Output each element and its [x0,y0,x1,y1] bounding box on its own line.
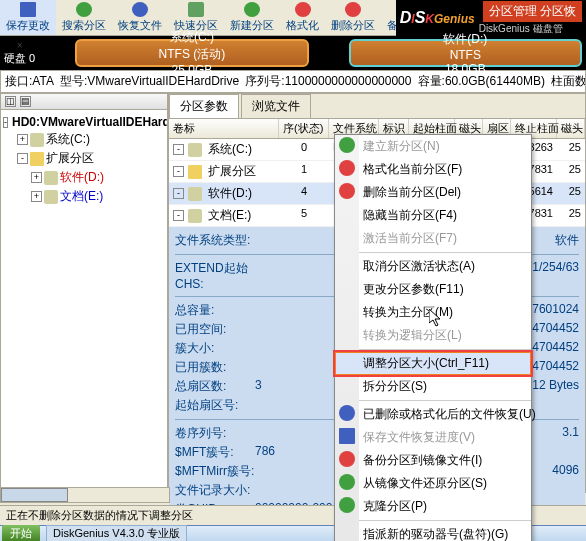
menu-item[interactable]: 拆分分区(S) [335,375,531,398]
expand-icon[interactable]: + [31,172,42,183]
tree-header: ◫ ▤ [1,94,167,110]
toolbar-delete[interactable]: 删除分区 [325,0,381,35]
menu-item[interactable]: 从镜像文件还原分区(S) [335,472,531,495]
expand-icon[interactable]: + [17,134,28,145]
tree-btn[interactable]: ◫ [5,96,16,107]
menu-item[interactable]: 已删除或格式化后的文件恢复(U) [335,403,531,426]
toolbar-new[interactable]: 新建分区 [224,0,280,35]
disk-d-block[interactable]: 软件(D:) NTFS 18.0GB [349,39,582,67]
tab-browse[interactable]: 浏览文件 [241,94,311,118]
disk-info: 接口:ATA 型号:VMwareVirtualIDEHardDrive 序列号:… [0,70,586,93]
expand-icon[interactable]: + [31,191,42,202]
circle-red-icon [339,160,355,176]
circle-green-icon [339,137,355,153]
save-icon [339,428,355,444]
toolbar-save[interactable]: 保存更改 [0,0,56,35]
menu-item[interactable]: 隐藏当前分区(F4) [335,204,531,227]
expand-icon[interactable]: - [3,117,8,128]
delete-icon [345,2,361,17]
tree-item-e[interactable]: + 文档(E:) [3,187,165,206]
toolbar-search[interactable]: 搜索分区 [56,0,112,35]
tree-btn[interactable]: ▤ [20,96,31,107]
disk-label: 硬盘 0 [4,51,35,66]
disk-c-block[interactable]: 系统(C:) NTFS (活动) 25.0GB [75,39,308,67]
new-icon [244,2,260,17]
circle-red-icon [339,451,355,467]
drive-icon [30,133,44,147]
logo-sub1: 分区管理 分区恢 [483,1,582,22]
circle-green-icon [339,497,355,513]
logo-sub2: DiskGenius 磁盘管 [479,22,582,36]
menu-item[interactable]: 更改分区参数(F11) [335,278,531,301]
taskbar-app[interactable]: DiskGenius V4.3.0 专业版 [46,525,187,541]
logo-text: DISKGenius [400,9,475,27]
tab-params[interactable]: 分区参数 [169,94,239,118]
menu-item: 保存文件恢复进度(V) [335,426,531,449]
tabs: 分区参数 浏览文件 [169,94,585,119]
tree-panel: ◫ ▤ - HD0:VMwareVirtualIDEHardD + 系统(C:)… [0,93,168,493]
tree-item-c[interactable]: + 系统(C:) [3,130,165,149]
menu-item: 激活当前分区(F7) [335,227,531,250]
toolbar-format[interactable]: 格式化 [280,0,325,35]
drive-icon [44,190,58,204]
menu-item[interactable]: 指派新的驱动器号(盘符)(G) [335,523,531,541]
start-button[interactable]: 开始 [2,525,40,541]
save-icon [20,2,36,17]
tree-item-ext[interactable]: - 扩展分区 [3,149,165,168]
recover-icon [132,2,148,17]
menu-item[interactable]: 转换为主分区(M) [335,301,531,324]
tree-root[interactable]: - HD0:VMwareVirtualIDEHardD [3,114,165,130]
circle-green-icon [339,474,355,490]
menu-item[interactable]: 格式化当前分区(F) [335,158,531,181]
folder-icon [30,152,44,166]
disk-bar: × 硬盘 0 系统(C:) NTFS (活动) 25.0GB 软件(D:) NT… [0,36,586,70]
tree-item-d[interactable]: + 软件(D:) [3,168,165,187]
drive-icon [44,171,58,185]
tree-scrollbar[interactable] [0,487,170,503]
search-icon [76,2,92,17]
format-icon [295,2,311,17]
circle-red-icon [339,183,355,199]
expand-icon[interactable]: - [17,153,28,164]
menu-item[interactable]: 克隆分区(P) [335,495,531,518]
logo: DISKGenius 分区管理 分区恢 DiskGenius 磁盘管 [396,0,586,36]
menu-item: 建立新分区(N) [335,135,531,158]
menu-item[interactable]: 删除当前分区(Del) [335,181,531,204]
menu-item: 转换为逻辑分区(L) [335,324,531,347]
toolbar-recover[interactable]: 恢复文件 [112,0,168,35]
menu-item[interactable]: 调整分区大小(Ctrl_F11) [335,352,531,375]
quick-icon [188,2,204,17]
menu-item[interactable]: 备份分区到镜像文件(I) [335,449,531,472]
context-menu: 建立新分区(N)格式化当前分区(F)删除当前分区(Del)隐藏当前分区(F4)激… [334,134,532,541]
menu-item[interactable]: 取消分区激活状态(A) [335,255,531,278]
circle-blue-icon [339,405,355,421]
